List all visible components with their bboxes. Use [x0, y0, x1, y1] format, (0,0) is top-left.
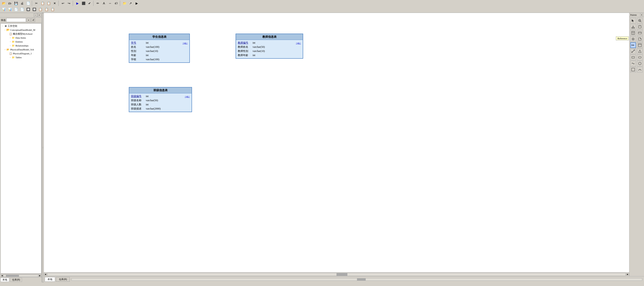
- tb2-btn5[interactable]: 🔲: [25, 7, 31, 12]
- filter-label: 筛选: [1, 19, 6, 22]
- tb-preview-btn[interactable]: 📄: [25, 1, 31, 6]
- canvas-scroll-left[interactable]: ◀: [44, 273, 47, 275]
- tree-item-relationships[interactable]: − 📁 Relationships: [1, 44, 41, 48]
- left-panel: − × 筛选 × ↺ − 🖥 工作空间 − 📂 ConceptualD: [0, 13, 42, 282]
- palette-wave-tool[interactable]: [630, 61, 636, 66]
- scroll-right-btn[interactable]: ▶: [38, 275, 42, 277]
- tb2-btn4[interactable]: 📄: [19, 7, 25, 12]
- tb-copy-btn[interactable]: 📋: [40, 1, 45, 6]
- tb-undo-btn[interactable]: ↩: [60, 1, 66, 6]
- palette-select-tool[interactable]: [630, 18, 636, 24]
- left-panel-close-btn[interactable]: ×: [38, 13, 41, 17]
- palette-note-tool[interactable]: [637, 36, 643, 42]
- table-row: 教师姓名 varchar(50): [238, 45, 301, 49]
- tb-note-btn[interactable]: 🏷: [113, 1, 119, 6]
- tb-folder-btn[interactable]: 📁: [122, 1, 127, 6]
- field-name: 班级编号: [131, 95, 144, 98]
- filter-input[interactable]: [6, 18, 26, 22]
- tab-repo[interactable]: 仓库(R): [10, 278, 22, 282]
- canvas-main[interactable]: 学生信息表 学号 int <pk> 姓名 varchar(100): [44, 13, 629, 272]
- tb2-btn1[interactable]: 📊: [1, 7, 6, 12]
- tree-item-entities[interactable]: − 📁 Entities: [1, 40, 41, 44]
- tb-run-btn[interactable]: ▶: [74, 1, 80, 6]
- tb2-btn3[interactable]: 📄: [13, 7, 19, 12]
- tb2-btn2[interactable]: 📊: [7, 7, 13, 12]
- tb-text-btn[interactable]: A: [101, 1, 107, 6]
- tb-new-btn[interactable]: 📂: [1, 1, 6, 6]
- tree-item-conceptual[interactable]: − 📂 ConceptualDataModel_M: [1, 28, 41, 32]
- palette-rect3-tool[interactable]: [630, 67, 636, 72]
- teacher-table[interactable]: 教师信息表 教师编号 int <pk> 教师姓名 varchar(50): [236, 34, 303, 59]
- tb2-btn7[interactable]: 📋: [38, 7, 43, 12]
- tb-settings-btn[interactable]: ▶: [134, 1, 140, 6]
- tree-item-workspace[interactable]: − 🖥 工作空间: [1, 24, 41, 28]
- tb-cut-btn[interactable]: ✂: [34, 1, 39, 6]
- palette-rect1-tool[interactable]: [630, 55, 636, 60]
- palette-table-tool[interactable]: [630, 30, 636, 36]
- tree-expand-tables[interactable]: −: [9, 56, 12, 59]
- tree-item-tables[interactable]: − 📁 Tables: [1, 55, 41, 59]
- tree-item-dataitems[interactable]: − 📁 Data Items: [1, 36, 41, 40]
- tb-check-btn[interactable]: ✔: [87, 1, 92, 6]
- scroll-left-btn[interactable]: ◀: [0, 275, 4, 277]
- tree-item-myschool[interactable]: 📋 概念模型MySchool: [1, 32, 41, 36]
- palette-shape1-tool[interactable]: [637, 49, 643, 54]
- tb-export-btn[interactable]: ↗: [128, 1, 134, 6]
- tree-expand-physdiagram[interactable]: [6, 52, 9, 55]
- bottom-tab-local[interactable]: 本地: [45, 277, 55, 282]
- tree-expand-dataitems[interactable]: −: [9, 37, 12, 39]
- student-table[interactable]: 学生信息表 学号 int <pk> 姓名 varchar(100): [129, 34, 190, 63]
- bottom-tab-repo[interactable]: 仓库(R): [56, 277, 70, 282]
- palette-settings-tool[interactable]: [630, 36, 636, 42]
- tb-delete-btn[interactable]: ✕: [52, 1, 58, 6]
- class-table-header: 班级信息表: [129, 88, 192, 93]
- bottom-scrollbar[interactable]: [72, 278, 642, 281]
- tab-local[interactable]: 本地: [0, 278, 9, 282]
- palette-circle-tool[interactable]: [637, 61, 643, 66]
- canvas-scroll-right[interactable]: ▶: [626, 273, 629, 275]
- table-row: 班级名称 varchar(50): [131, 98, 190, 103]
- tree-item-physdiagram[interactable]: 📋 PhysicalDiagram_1: [1, 52, 41, 55]
- field-type: int: [146, 54, 188, 57]
- palette-view-tool[interactable]: [637, 30, 643, 36]
- tree-expand-workspace[interactable]: −: [1, 25, 4, 27]
- filter-refresh-btn[interactable]: ↺: [31, 18, 35, 22]
- palette-rect2-tool[interactable]: [637, 55, 643, 60]
- palette-diagram-tool[interactable]: [637, 42, 643, 48]
- palette-link1-tool[interactable]: [630, 49, 636, 54]
- palette-reference-tool[interactable]: [630, 42, 636, 48]
- tb-line-btn[interactable]: ↔: [107, 1, 113, 6]
- tb-open-btn[interactable]: 🗁: [7, 1, 13, 6]
- tb-print-btn[interactable]: 🖨: [19, 1, 25, 6]
- tree-icon-dataitems: 📁: [12, 36, 15, 40]
- left-panel-scrollbar: ◀ ▶: [0, 274, 42, 277]
- palette-paste-tool[interactable]: [637, 24, 643, 30]
- class-table[interactable]: 班级信息表 班级编号 int <pk> 班级名称 varchar(50): [129, 87, 192, 112]
- palette-zoom-tool[interactable]: [637, 18, 643, 24]
- tree-item-physical[interactable]: − 📂 PhysicalDataModel_Sch: [1, 48, 41, 52]
- tb2-btn8[interactable]: 📋: [44, 7, 49, 12]
- table-row: 班级编号 int <pk>: [131, 94, 190, 98]
- scroll-track[interactable]: [4, 275, 38, 277]
- field-type: int: [146, 103, 190, 106]
- tb-redo-btn[interactable]: ↪: [66, 1, 72, 6]
- tree-expand-myschool[interactable]: [6, 33, 9, 35]
- svg-rect-27: [632, 68, 635, 71]
- tb-pencil-btn[interactable]: ✏: [95, 1, 101, 6]
- tb2-btn6[interactable]: 🔲: [32, 7, 37, 12]
- tb-save-btn[interactable]: 💾: [13, 1, 19, 6]
- vertical-splitter[interactable]: ⋮: [42, 13, 44, 282]
- canvas-scroll-track[interactable]: [47, 273, 626, 276]
- left-panel-collapse-btn[interactable]: −: [34, 13, 37, 17]
- tb-stop-btn[interactable]: ⬛: [81, 1, 86, 6]
- tree-expand-conceptual[interactable]: −: [4, 29, 6, 31]
- tree-expand-physical[interactable]: −: [4, 48, 6, 51]
- filter-clear-btn[interactable]: ×: [26, 18, 30, 22]
- palette-close-btn[interactable]: ×: [640, 13, 643, 16]
- tb2-btn9[interactable]: 📋: [50, 7, 55, 12]
- tb-paste-btn[interactable]: 📋: [46, 1, 52, 6]
- palette-arc-tool[interactable]: [637, 67, 643, 72]
- tree-expand-relationships[interactable]: −: [9, 44, 12, 47]
- palette-cut-tool[interactable]: [630, 24, 636, 30]
- tree-expand-entities[interactable]: −: [9, 40, 12, 43]
